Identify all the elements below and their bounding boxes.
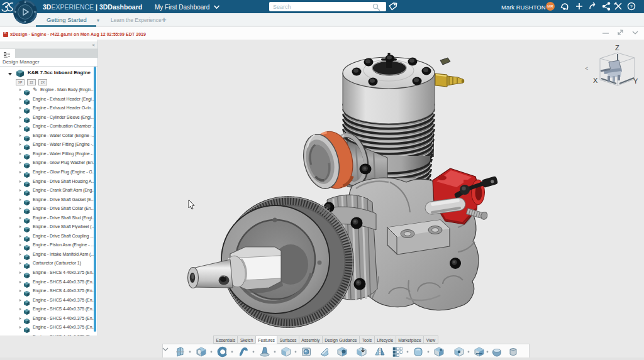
svg-text:<: < (585, 65, 588, 72)
svg-text:X: X (593, 77, 598, 84)
svg-text:Z: Z (615, 44, 619, 52)
svg-text:Y: Y (633, 77, 638, 85)
